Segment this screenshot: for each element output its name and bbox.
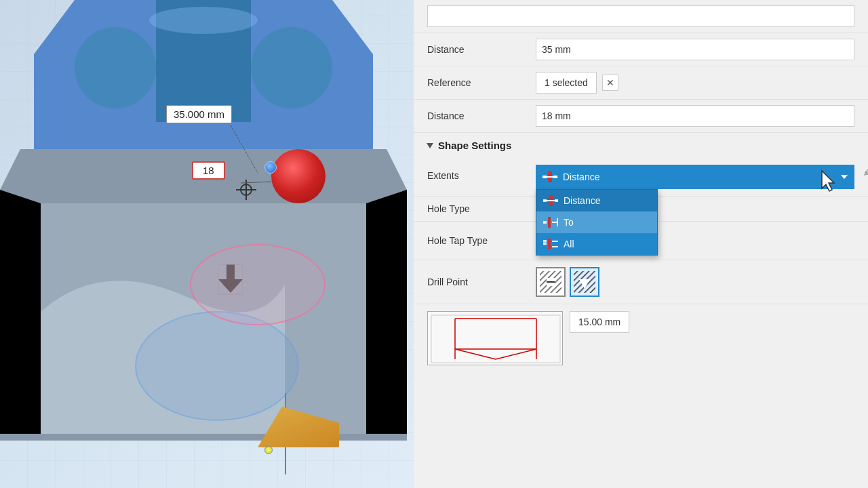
reference-label: Reference (427, 77, 536, 88)
dropdown-item-all[interactable]: All (536, 233, 657, 255)
svg-rect-38 (431, 315, 560, 363)
drill-flat-icon (538, 270, 563, 294)
preview-value: 15.00 mm (570, 311, 629, 333)
svg-rect-18 (543, 221, 547, 224)
svg-point-0 (75, 27, 156, 108)
svg-rect-19 (548, 217, 551, 228)
reference-row: Reference 1 selected ✕ (414, 66, 868, 100)
distance-row-2: Distance (414, 100, 868, 133)
drill-pointed-icon (572, 270, 597, 294)
svg-point-1 (251, 27, 332, 108)
distance-row-1: Distance (414, 33, 868, 66)
preview-area: 15.00 mm (414, 304, 868, 372)
svg-point-3 (149, 7, 258, 34)
properties-panel: Distance Reference 1 selected ✕ Distance… (414, 0, 868, 488)
3d-viewport[interactable]: 35.000 mm 18 (0, 0, 414, 488)
drill-pointed-button[interactable] (570, 267, 599, 297)
dropdown-distance-label: Distance (564, 195, 600, 206)
extents-selected-label: Distance (563, 171, 599, 182)
drill-flat-button[interactable] (536, 267, 566, 297)
to-option-icon (543, 217, 558, 228)
drill-icons (536, 267, 599, 297)
dropdown-to-label: To (564, 217, 574, 228)
distance-label-2: Distance (427, 110, 536, 121)
dropdown-item-to[interactable]: To (536, 211, 657, 233)
reference-clear-button[interactable]: ✕ (602, 75, 618, 91)
extents-distance-icon (542, 171, 557, 182)
edit-pencil-icon[interactable]: ✎ (863, 166, 868, 179)
dropdown-item-distance[interactable]: Distance (536, 190, 657, 211)
all-option-icon (543, 239, 558, 249)
extents-label: Extents (427, 165, 536, 181)
target-symbol (236, 180, 256, 200)
reference-chip: 1 selected (536, 72, 597, 94)
shape-settings-header: Shape Settings (414, 133, 868, 158)
origin-point (264, 446, 273, 454)
preview-svg (428, 312, 564, 366)
dim-label-18: 18 (192, 161, 225, 180)
collapse-triangle-icon[interactable] (427, 143, 433, 148)
extents-row: Extents Distance (414, 158, 868, 197)
distance-input-1[interactable] (536, 39, 854, 60)
hole-type-label: Hole Type (427, 203, 536, 214)
dropdown-all-label: All (564, 239, 574, 249)
hole-tap-type-label: Hole Tap Type (427, 235, 536, 246)
shape-preview (427, 311, 563, 365)
extents-dropdown-button[interactable]: Distance (536, 165, 854, 189)
red-sphere (271, 149, 326, 203)
selection-oval (190, 244, 326, 325)
extents-control: Distance Distance (536, 165, 854, 189)
distance-input-2[interactable] (536, 105, 854, 127)
extents-dropdown-menu: Distance To (536, 189, 658, 256)
svg-rect-24 (548, 239, 551, 249)
distance-label-1: Distance (427, 44, 536, 55)
dim-label-35: 35.000 mm (166, 105, 232, 123)
shape-settings-title: Shape Settings (438, 140, 511, 151)
top-partial-row (414, 0, 868, 33)
distance-option-icon (543, 195, 558, 206)
chevron-down-icon (841, 175, 848, 179)
drill-point-row: Drill Point (414, 260, 868, 304)
svg-point-4 (136, 312, 298, 420)
blue-handle[interactable] (264, 161, 277, 174)
top-input[interactable] (427, 5, 854, 27)
drill-point-label: Drill Point (427, 277, 536, 287)
svg-rect-22 (543, 240, 547, 243)
